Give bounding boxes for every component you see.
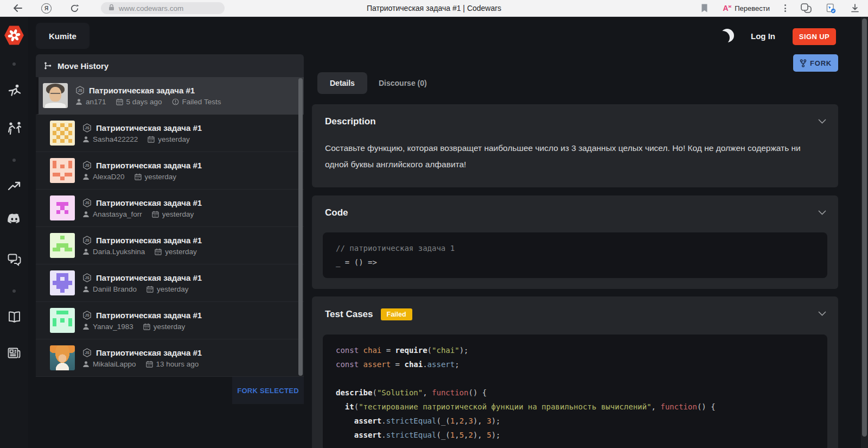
fork-button[interactable]: FORK <box>793 54 838 72</box>
user-icon <box>82 286 90 293</box>
chevron-down-icon[interactable] <box>818 116 826 126</box>
item-status: Failed Tests <box>172 98 221 106</box>
svg-text:JS: JS <box>85 313 90 317</box>
description-title: Description <box>325 116 376 127</box>
svg-text:JS: JS <box>85 351 90 355</box>
avatar <box>50 121 75 146</box>
item-author: AlexaD20 <box>82 173 125 181</box>
user-icon <box>82 361 90 368</box>
avatar <box>50 270 75 295</box>
fork-selected-link[interactable]: FORK SELECTED <box>232 377 304 404</box>
user-icon <box>82 173 90 180</box>
test-code-block: const chai = require("chai");const asser… <box>323 335 827 448</box>
download-icon[interactable] <box>851 4 859 12</box>
test-cases-title: Test Cases <box>325 309 373 320</box>
move-history-item[interactable]: JSПатриотическая задача #1Yanav_1983yest… <box>36 302 304 339</box>
item-author: Daria.Lyukshina <box>82 248 145 256</box>
item-author: Sasha422222 <box>82 135 138 143</box>
rail-divider-dot <box>12 289 16 293</box>
move-history-item[interactable]: JSПатриотическая задача #1MikalaiLappo13… <box>36 339 304 377</box>
dark-mode-toggle-icon[interactable] <box>720 29 734 42</box>
move-history-item[interactable]: JSПатриотическая задача #1an1715 days ag… <box>36 77 304 115</box>
item-title: Патриотическая задача #1 <box>96 311 202 320</box>
forum-icon[interactable] <box>8 254 21 266</box>
js-language-icon: JS <box>82 311 92 320</box>
item-title: Патриотическая задача #1 <box>96 236 202 245</box>
back-icon[interactable] <box>13 4 23 12</box>
calendar-icon <box>148 136 155 143</box>
code-panel: Code // патриотическая задача 1_ = () => <box>312 195 838 289</box>
svg-text:JS: JS <box>85 163 90 167</box>
code-title: Code <box>325 207 348 218</box>
leaderboard-icon[interactable] <box>8 180 21 192</box>
avatar <box>50 233 75 258</box>
lock-icon <box>108 3 114 13</box>
svg-text:JS: JS <box>78 89 82 92</box>
refresh-icon[interactable] <box>70 4 79 13</box>
docs-icon[interactable] <box>8 311 21 323</box>
item-time: yesterday <box>155 248 197 256</box>
calendar-icon <box>155 248 162 255</box>
code-line: const chai = require("chai"); <box>336 343 814 357</box>
avatar <box>50 195 75 220</box>
chevron-down-icon[interactable] <box>818 308 826 318</box>
item-author: an171 <box>75 98 106 106</box>
move-history-item[interactable]: JSПатриотическая задача #1Sasha422222yes… <box>36 115 304 152</box>
discord-icon[interactable] <box>7 213 22 225</box>
svg-text:JS: JS <box>85 238 90 242</box>
move-history-item[interactable]: JSПатриотическая задача #1Daniil Brandoy… <box>36 264 304 302</box>
list-scrollbar[interactable] <box>298 78 303 376</box>
kumite-nav-chip[interactable]: Kumite <box>36 23 90 49</box>
chevron-down-icon[interactable] <box>818 207 826 217</box>
svg-text:JS: JS <box>85 126 90 130</box>
item-author: Anastasya_forr <box>82 210 142 218</box>
kata-icon[interactable] <box>7 84 22 98</box>
js-language-icon: JS <box>82 273 92 282</box>
test-cases-panel: Test Cases Failed const chai = require("… <box>312 296 838 448</box>
item-title: Патриотическая задача #1 <box>96 198 202 207</box>
yandex-icon[interactable]: Я <box>41 3 52 14</box>
js-language-icon: JS <box>82 161 92 170</box>
item-title: Патриотическая задача #1 <box>96 161 202 170</box>
code-line: _ = () => <box>336 255 814 269</box>
bookmark-icon[interactable] <box>701 4 708 12</box>
move-history-item[interactable]: JSПатриотическая задача #1Daria.Lyukshin… <box>36 227 304 264</box>
blog-icon[interactable] <box>8 348 21 359</box>
collections-icon[interactable] <box>801 3 812 13</box>
move-history-item[interactable]: JSПатриотическая задача #1Anastasya_forr… <box>36 190 304 227</box>
move-history-list: JSПатриотическая задача #1an1715 days ag… <box>36 77 304 377</box>
item-time: 13 hours ago <box>146 360 199 368</box>
item-author: Yanav_1983 <box>82 323 133 331</box>
calendar-icon <box>143 323 150 330</box>
failed-tests-icon <box>172 98 179 105</box>
translate-button[interactable]: Aж Перевести <box>723 4 770 12</box>
rail-divider-dot <box>12 62 16 66</box>
login-link[interactable]: Log In <box>751 31 775 41</box>
calendar-icon <box>152 211 159 218</box>
doc-check-icon[interactable] <box>826 3 836 14</box>
code-line: describe("Solution", function() { <box>336 386 814 400</box>
kumite-icon[interactable] <box>6 121 22 136</box>
item-title: Патриотическая задача #1 <box>89 86 195 95</box>
description-panel: Description Составьте функцию, которая в… <box>312 104 838 187</box>
tab-details[interactable]: Details <box>317 72 367 94</box>
fork-selected-bar: FORK SELECTED <box>36 377 304 404</box>
codewars-logo[interactable] <box>4 25 24 46</box>
browser-menu-icon[interactable] <box>784 4 786 12</box>
user-icon <box>82 136 90 143</box>
fork-icon <box>800 59 807 67</box>
avatar <box>50 308 75 333</box>
signup-button[interactable]: SIGN UP <box>793 28 836 45</box>
address-bar[interactable]: www.codewars.com <box>101 2 225 14</box>
failed-badge: Failed <box>381 308 412 320</box>
calendar-icon <box>146 286 154 293</box>
tab-discourse[interactable]: Discourse (0) <box>379 72 427 94</box>
move-history-item[interactable]: JSПатриотическая задача #1AlexaD20yester… <box>36 152 304 190</box>
browser-scrollbar[interactable] <box>861 16 868 448</box>
calendar-icon <box>135 173 142 180</box>
svg-text:JS: JS <box>85 276 90 280</box>
item-title: Патриотическая задача #1 <box>96 348 202 357</box>
solution-code-block: // патриотическая задача 1_ = () => <box>323 232 827 278</box>
code-line <box>336 371 814 386</box>
scrollbar-thumb[interactable] <box>862 18 867 437</box>
